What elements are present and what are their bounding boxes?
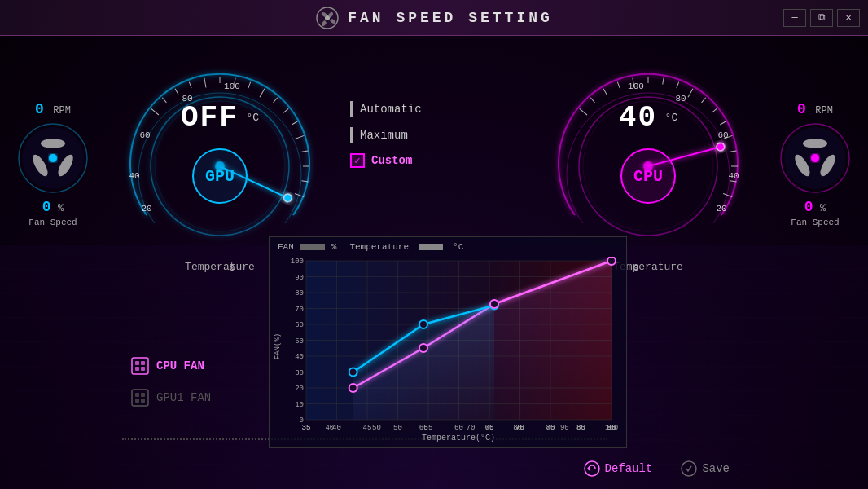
right-fan-icon bbox=[778, 121, 852, 195]
cpu-fan-text: CPU FAN bbox=[156, 359, 204, 372]
left-fan-label: Fan Speed bbox=[16, 218, 90, 227]
fan-icon bbox=[315, 6, 340, 30]
gpu-label: GPU bbox=[192, 148, 248, 204]
svg-text:80: 80 bbox=[295, 289, 304, 297]
default-button[interactable]: Default bbox=[576, 456, 661, 481]
right-fan-percent-value: 0 bbox=[804, 199, 813, 215]
svg-text:80: 80 bbox=[513, 424, 522, 432]
svg-line-40 bbox=[283, 108, 288, 112]
y-axis-label: FAN(%) bbox=[274, 333, 282, 359]
legend-maximum[interactable]: Maximum bbox=[350, 127, 422, 143]
svg-point-77 bbox=[716, 142, 726, 152]
pink-point-2[interactable] bbox=[419, 344, 427, 352]
svg-text:90: 90 bbox=[560, 424, 569, 432]
svg-point-158 bbox=[585, 461, 599, 476]
svg-point-89 bbox=[811, 154, 819, 162]
chart-temp-unit: °C bbox=[453, 242, 463, 252]
svg-text:50: 50 bbox=[295, 337, 304, 346]
svg-text:30: 30 bbox=[295, 369, 304, 377]
svg-text:60: 60 bbox=[454, 424, 463, 432]
svg-point-86 bbox=[803, 139, 827, 148]
left-fan-percent-unit: % bbox=[58, 203, 64, 214]
left-fan-percent-value: 0 bbox=[42, 199, 51, 215]
svg-text:90: 90 bbox=[295, 274, 304, 282]
fan-type-labels: CPU FAN GPU1 FAN bbox=[130, 356, 211, 408]
minimize-button[interactable]: — bbox=[783, 9, 806, 27]
svg-rect-90 bbox=[132, 358, 148, 374]
chart-temp-label: Temperature bbox=[349, 242, 409, 252]
svg-rect-91 bbox=[135, 361, 139, 365]
cpu-temp-value: 40 bbox=[619, 101, 657, 134]
main-content: 20 40 60 80 100 0 bbox=[0, 36, 868, 489]
svg-text:40: 40 bbox=[325, 424, 334, 432]
svg-text:10: 10 bbox=[295, 401, 304, 409]
chart-fan-unit: % bbox=[331, 242, 337, 252]
svg-text:70: 70 bbox=[466, 424, 475, 432]
svg-line-33 bbox=[189, 82, 191, 89]
cpu-label: CPU bbox=[620, 148, 676, 204]
pink-point-4[interactable] bbox=[607, 257, 616, 265]
svg-text:20: 20 bbox=[295, 385, 304, 393]
svg-line-42 bbox=[295, 135, 304, 139]
fan-speed-chart: FAN % Temperature °C bbox=[269, 236, 627, 448]
svg-line-43 bbox=[301, 151, 308, 152]
svg-text:60: 60 bbox=[295, 321, 304, 329]
svg-text:100: 100 bbox=[224, 82, 240, 91]
close-button[interactable]: ✕ bbox=[837, 9, 860, 27]
svg-text:80: 80 bbox=[546, 424, 555, 432]
left-fan-rpm-unit: RPM bbox=[53, 105, 71, 117]
svg-line-31 bbox=[162, 98, 166, 103]
maximize-button[interactable]: ⧉ bbox=[810, 9, 833, 27]
svg-line-66 bbox=[688, 89, 693, 97]
blue-point-2[interactable] bbox=[419, 320, 427, 328]
right-fan-panel: 0 RPM 0 bbox=[778, 101, 852, 227]
svg-point-159 bbox=[682, 461, 696, 476]
svg-text:100: 100 bbox=[628, 82, 644, 91]
blue-point-1[interactable] bbox=[349, 368, 357, 377]
svg-line-41 bbox=[292, 121, 297, 125]
pink-point-1[interactable] bbox=[349, 384, 357, 392]
gpu-temp-unit: °C bbox=[246, 112, 259, 124]
window-controls: — ⧉ ✕ bbox=[783, 9, 860, 27]
cpu-fan-label[interactable]: CPU FAN bbox=[130, 356, 211, 376]
svg-rect-98 bbox=[135, 399, 139, 403]
right-fan-label: Fan Speed bbox=[778, 218, 852, 227]
right-fan-rpm-value: 0 bbox=[797, 101, 806, 117]
chart-svg: 0 10 20 30 40 50 60 70 80 90 100 35 40 4… bbox=[270, 257, 628, 444]
svg-text:70: 70 bbox=[295, 306, 304, 314]
svg-text:35: 35 bbox=[302, 424, 311, 432]
svg-line-58 bbox=[580, 108, 587, 115]
gpu-temp-label: Temperature bbox=[185, 261, 255, 273]
gpu1-fan-text: GPU1 FAN bbox=[156, 391, 211, 404]
x-axis-label: Temperature(°C) bbox=[422, 434, 495, 443]
mode-legend: Automatic Maximum ✓ Custom bbox=[350, 101, 422, 168]
svg-line-69 bbox=[720, 121, 726, 125]
chart-fan-label: FAN bbox=[278, 242, 294, 252]
svg-line-65 bbox=[677, 82, 679, 89]
svg-text:50: 50 bbox=[372, 424, 381, 432]
pink-point-3[interactable] bbox=[490, 300, 498, 308]
cpu-temp-unit: °C bbox=[665, 112, 678, 124]
svg-text:40: 40 bbox=[129, 171, 139, 181]
svg-text:20: 20 bbox=[141, 204, 151, 214]
legend-automatic[interactable]: Automatic bbox=[350, 101, 422, 117]
svg-line-59 bbox=[590, 98, 594, 103]
legend-custom[interactable]: ✓ Custom bbox=[350, 153, 422, 168]
svg-rect-99 bbox=[141, 399, 145, 403]
svg-text:60: 60 bbox=[419, 424, 428, 432]
save-button-label: Save bbox=[702, 462, 730, 475]
svg-line-74 bbox=[723, 194, 732, 197]
svg-text:40: 40 bbox=[728, 171, 739, 181]
svg-text:70: 70 bbox=[485, 424, 494, 432]
svg-line-46 bbox=[295, 194, 304, 197]
gpu1-fan-label[interactable]: GPU1 FAN bbox=[130, 388, 211, 408]
svg-text:40: 40 bbox=[295, 353, 304, 361]
svg-text:100: 100 bbox=[605, 424, 618, 432]
svg-line-38 bbox=[260, 89, 265, 97]
left-fan-icon bbox=[16, 121, 90, 195]
action-buttons: Default Save bbox=[576, 456, 738, 481]
save-button[interactable]: Save bbox=[673, 456, 738, 481]
svg-line-67 bbox=[702, 98, 706, 103]
svg-rect-92 bbox=[141, 361, 145, 365]
legend-automatic-label: Automatic bbox=[360, 103, 422, 116]
